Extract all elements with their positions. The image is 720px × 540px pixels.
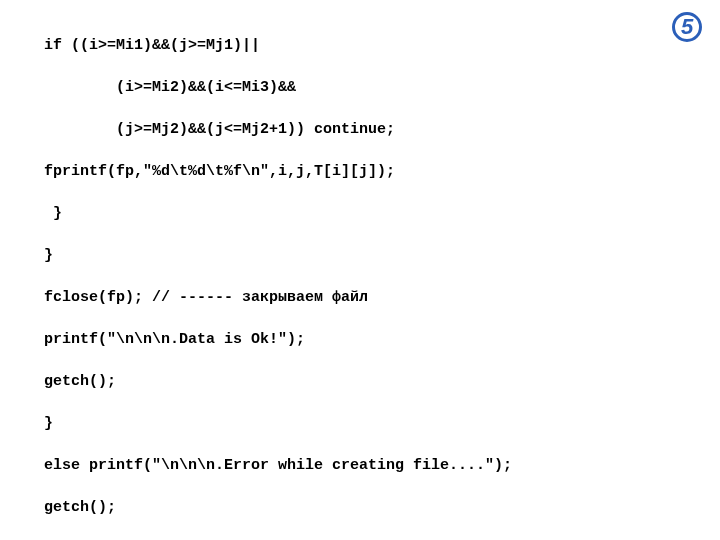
code-line: } (44, 245, 694, 266)
code-line: fprintf(fp,"%d\t%d\t%f\n",i,j,T[i][j]); (44, 161, 694, 182)
code-line: getch(); (44, 371, 694, 392)
code-line: } (44, 413, 694, 434)
code-line: (j>=Mj2)&&(j<=Mj2+1)) continue; (80, 119, 694, 140)
code-line: printf("\n\n\n.Data is Ok!"); (44, 329, 694, 350)
code-line: if ((i>=Mi1)&&(j>=Mj1)|| (44, 35, 694, 56)
code-line: (i>=Mi2)&&(i<=Mi3)&& (80, 77, 694, 98)
slide-number-badge: 5 (672, 12, 702, 42)
code-line: } (44, 203, 694, 224)
code-line: else printf("\n\n\n.Error while creating… (44, 455, 694, 476)
code-line: getch(); (44, 497, 694, 518)
code-line: fclose(fp); // ------ закрываем файл (44, 287, 694, 308)
code-block: if ((i>=Mi1)&&(j>=Mj1)|| (i>=Mi2)&&(i<=M… (26, 14, 694, 540)
slide-number: 5 (681, 16, 693, 38)
